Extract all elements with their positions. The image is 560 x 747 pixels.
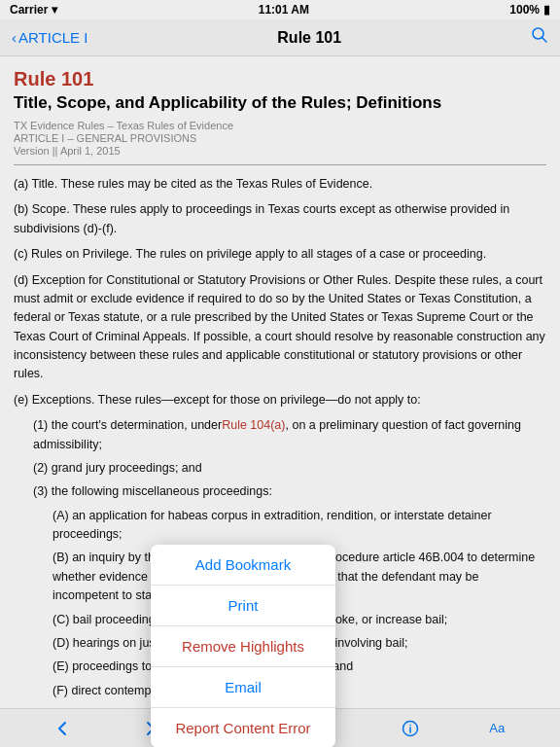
add-bookmark-label: Add Bookmark	[195, 556, 291, 573]
email-label: Email	[225, 679, 262, 695]
report-error-label: Report Content Error	[175, 720, 310, 736]
print-item[interactable]: Print	[151, 586, 335, 626]
remove-highlights-item[interactable]: Remove Highlights	[151, 626, 335, 667]
add-bookmark-item[interactable]: Add Bookmark	[151, 545, 335, 586]
email-item[interactable]: Email	[151, 667, 335, 708]
report-error-item[interactable]: Report Content Error	[151, 708, 335, 747]
remove-highlights-label: Remove Highlights	[182, 638, 304, 655]
dropdown-menu: Add Bookmark Print Remove Highlights Ema…	[151, 545, 335, 747]
print-label: Print	[228, 597, 259, 614]
